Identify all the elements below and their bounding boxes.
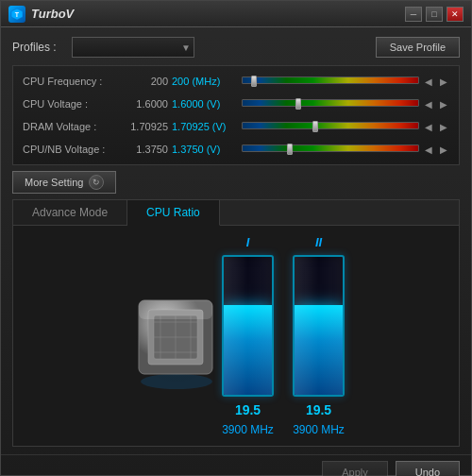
profiles-label: Profiles : <box>12 41 64 54</box>
cpu-frequency-label: CPU Frequency : <box>23 76 117 87</box>
close-button[interactable]: ✕ <box>447 7 464 22</box>
slider-right-arrow[interactable]: ▶ <box>438 122 449 132</box>
gauge-1-freq: 3900 MHz <box>222 423 274 436</box>
slider-left-arrow[interactable]: ◀ <box>423 99 434 110</box>
slider-left-arrow[interactable]: ◀ <box>423 144 434 155</box>
slider-right-arrow[interactable]: ▶ <box>438 76 449 87</box>
tabs-section: Advance Mode CPU Ratio <box>12 199 460 447</box>
cpu-gauges: I 19.5 3900 MHz II <box>222 235 345 436</box>
cpu-frequency-thumb[interactable] <box>251 76 257 87</box>
cpu-frequency-track[interactable] <box>242 76 419 84</box>
cpu-voltage-track[interactable] <box>242 99 419 107</box>
slider-right-arrow[interactable]: ▶ <box>438 99 449 110</box>
svg-rect-13 <box>139 300 212 319</box>
more-setting-label: More Setting <box>25 177 83 188</box>
svg-text:T: T <box>15 11 20 18</box>
slider-left-arrow[interactable]: ◀ <box>423 76 434 87</box>
gauge-2: II 19.5 3900 MHz <box>293 235 345 436</box>
profiles-select[interactable] <box>72 37 194 58</box>
cpunb-voltage-label: CPU/NB Voltage : <box>23 144 117 155</box>
dram-voltage-val2: 1.70925 (V) <box>172 121 238 132</box>
cpunb-voltage-track[interactable] <box>242 144 419 152</box>
cpu-ratio-content: I 19.5 3900 MHz II <box>13 226 459 446</box>
app-icon: T <box>8 6 25 23</box>
undo-button[interactable]: Undo <box>396 461 460 476</box>
bottom-buttons: Apply Undo <box>1 454 471 476</box>
refresh-icon: ↻ <box>89 175 104 190</box>
title-bar: T TurboV ─ □ ✕ <box>1 1 471 27</box>
sliders-section: CPU Frequency : 200 200 (MHz) ◀ ▶ CPU Vo… <box>12 65 460 165</box>
cpunb-voltage-row: CPU/NB Voltage : 1.3750 1.3750 (V) ◀ ▶ <box>23 140 449 159</box>
save-profile-button[interactable]: Save Profile <box>376 37 460 58</box>
cpu-voltage-thumb[interactable] <box>295 98 301 110</box>
gauge-2-glow <box>295 257 343 395</box>
cpu-frequency-row: CPU Frequency : 200 200 (MHz) ◀ ▶ <box>23 72 449 91</box>
cpu-voltage-label: CPU Voltage : <box>23 98 117 110</box>
gauge-1-glow <box>224 257 272 395</box>
dram-voltage-track[interactable] <box>242 122 419 129</box>
window-controls: ─ □ ✕ <box>405 7 464 22</box>
profiles-row: Profiles : ▼ Save Profile <box>12 35 460 60</box>
more-setting-button[interactable]: More Setting ↻ <box>12 171 116 194</box>
gauge-1-value: 19.5 <box>235 402 261 417</box>
main-content: Profiles : ▼ Save Profile CPU Frequency … <box>1 27 471 454</box>
profiles-select-wrapper: ▼ <box>72 37 194 58</box>
maximize-button[interactable]: □ <box>426 7 443 22</box>
cpu-voltage-val1: 1.6000 <box>121 98 168 110</box>
gauge-2-container <box>293 255 345 397</box>
cpu-chip-image <box>127 289 222 383</box>
cpunb-voltage-val2: 1.3750 (V) <box>172 144 238 155</box>
dram-voltage-thumb[interactable] <box>312 121 318 132</box>
cpunb-voltage-slider-wrapper <box>242 144 419 154</box>
gauge-1: I 19.5 3900 MHz <box>222 235 274 436</box>
gauge-2-label: II <box>315 235 322 249</box>
cpunb-voltage-thumb[interactable] <box>287 144 293 155</box>
apply-button[interactable]: Apply <box>322 461 388 476</box>
cpunb-voltage-val1: 1.3750 <box>121 144 168 155</box>
cpu-voltage-slider-wrapper <box>242 99 419 109</box>
cpu-voltage-row: CPU Voltage : 1.6000 1.6000 (V) ◀ ▶ <box>23 94 449 113</box>
title-logo: T TurboV <box>8 6 405 23</box>
gauge-2-freq: 3900 MHz <box>293 423 345 436</box>
cpu-voltage-val2: 1.6000 (V) <box>172 98 238 110</box>
dram-voltage-val1: 1.70925 <box>121 121 168 132</box>
gauge-1-container <box>222 255 274 397</box>
dram-voltage-label: DRAM Voltage : <box>23 121 117 132</box>
minimize-button[interactable]: ─ <box>405 7 422 22</box>
tab-advance-mode[interactable]: Advance Mode <box>13 200 127 225</box>
tab-cpu-ratio[interactable]: CPU Ratio <box>127 200 220 226</box>
dram-voltage-slider-wrapper <box>242 122 419 131</box>
dram-voltage-row: DRAM Voltage : 1.70925 1.70925 (V) ◀ ▶ <box>23 117 449 136</box>
cpu-frequency-val1: 200 <box>121 76 168 87</box>
slider-left-arrow[interactable]: ◀ <box>423 122 434 132</box>
gauge-1-label: I <box>246 235 250 249</box>
slider-right-arrow[interactable]: ▶ <box>438 144 449 155</box>
main-window: T TurboV ─ □ ✕ Profiles : ▼ Save Profile <box>0 0 472 476</box>
tabs-header: Advance Mode CPU Ratio <box>13 200 459 226</box>
gauge-2-value: 19.5 <box>306 402 331 417</box>
cpu-frequency-slider-wrapper <box>242 76 419 86</box>
more-setting-row: More Setting ↻ <box>12 171 460 194</box>
app-title: TurboV <box>31 7 74 21</box>
cpu-frequency-val2: 200 (MHz) <box>172 76 238 87</box>
